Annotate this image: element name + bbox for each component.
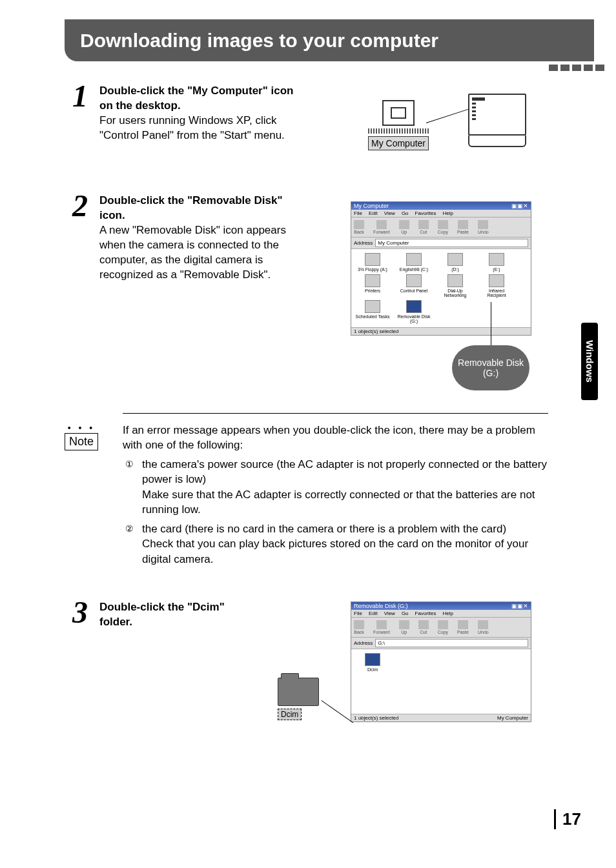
toolbar: Back Forward Up Cut Copy Paste Undo	[351, 617, 531, 638]
note-intro: If an error message appears when you dou…	[123, 423, 548, 453]
decorative-squares	[549, 65, 604, 71]
callout-line	[426, 108, 469, 123]
menu-bar: File Edit View Go Favorites Help	[351, 210, 531, 217]
dcim-folder-icon: Dcim	[355, 653, 390, 710]
callout-line	[321, 700, 353, 723]
window-controls-icon: ▣▣✕	[511, 203, 528, 209]
folder-grid: Dcim	[351, 649, 531, 714]
figure-removable-disk-window: Removable Disk (G:)▣▣✕ File Edit View Go…	[351, 601, 531, 722]
step-heading: Double-click the "My Computer" icon on t…	[99, 84, 300, 114]
step-text: A new "Removable Disk" icon appears when…	[99, 223, 300, 283]
figure-mycomputer-icon: My Computer	[368, 100, 429, 150]
note-badge: • • • Note	[65, 423, 98, 450]
step-heading: Double-click the "Dcim" folder.	[99, 600, 229, 630]
removable-disk-icon: Removable Disk (G:)	[396, 300, 431, 323]
step-3: 3 Double-click the "Dcim" folder.	[65, 600, 229, 630]
note-item: ② the card (there is no card in the came…	[142, 521, 548, 567]
page-number: 17	[554, 809, 581, 829]
note-item: ① the camera's power source (the AC adap…	[142, 457, 548, 518]
step-text: For users running Windows XP, click "Con…	[99, 114, 300, 143]
callout-removable-disk: Removable Disk (G:)	[452, 345, 529, 390]
side-tab-windows: Windows	[581, 323, 598, 400]
figure-monitor	[468, 94, 526, 147]
step-number: 1	[65, 84, 88, 143]
page-header: Downloading images to your computer	[65, 19, 594, 61]
step-2: 2 Double-click the "Removable Disk" icon…	[65, 194, 300, 283]
figure-mycomputer-window: My Computer▣▣✕ File Edit View Go Favorit…	[351, 201, 531, 336]
note-label: Note	[65, 433, 98, 450]
step-1: 1 Double-click the "My Computer" icon on…	[65, 84, 300, 143]
step-number: 2	[65, 194, 88, 283]
menu-bar: File Edit View Go Favorites Help	[351, 610, 531, 617]
drive-grid: 3½ Floppy (A:) English98 (C:) (D:) (E:) …	[351, 249, 531, 327]
step-heading: Double-click the "Removable Disk" icon.	[99, 194, 300, 223]
window-controls-icon: ▣▣✕	[511, 603, 528, 609]
mycomputer-label: My Computer	[368, 136, 429, 150]
page-title: Downloading images to your computer	[80, 30, 438, 52]
step-number: 3	[65, 600, 88, 630]
window-title: My Computer	[354, 203, 389, 209]
callout-dcim-folder: Dcim	[278, 678, 319, 720]
toolbar: Back Forward Up Cut Copy Paste Undo	[351, 217, 531, 237]
note-content: If an error message appears when you dou…	[123, 413, 548, 570]
window-title: Removable Disk (G:)	[354, 603, 408, 609]
callout-line	[491, 302, 491, 347]
